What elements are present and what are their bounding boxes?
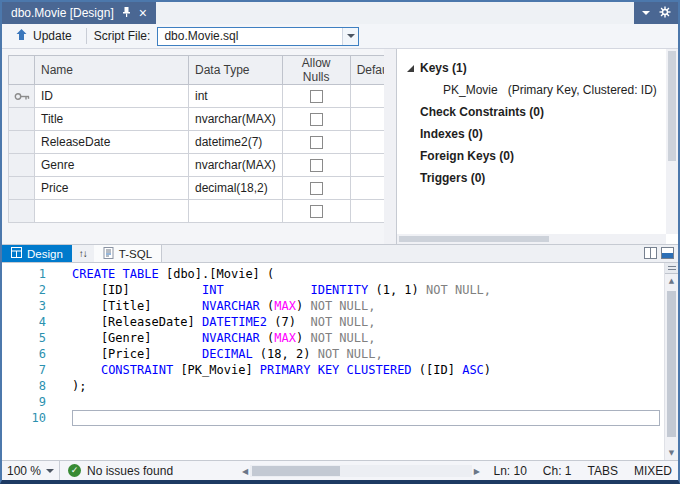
grid-header-row: NameData TypeAllow NullsDefault bbox=[9, 56, 402, 85]
code-line[interactable]: 8); bbox=[2, 378, 664, 394]
code-line[interactable]: 10 bbox=[2, 410, 664, 426]
pin-icon[interactable] bbox=[122, 6, 131, 21]
keys-panel-hscroll-thumb[interactable] bbox=[399, 236, 549, 242]
data-type-cell[interactable]: nvarchar(MAX) bbox=[189, 154, 283, 177]
allow-nulls-checkbox[interactable] bbox=[310, 136, 323, 149]
allow-nulls-checkbox[interactable] bbox=[310, 182, 323, 195]
zoom-control[interactable]: 100 % bbox=[2, 461, 60, 480]
tab-design[interactable]: Design bbox=[2, 245, 72, 262]
allow-nulls-cell[interactable] bbox=[282, 85, 350, 108]
keys-panel-vscroll-thumb[interactable] bbox=[668, 51, 676, 161]
table-row[interactable]: ReleaseDatedatetime2(7) bbox=[9, 131, 402, 154]
status-tabs: TABS bbox=[588, 464, 618, 478]
column-header[interactable]: Allow Nulls bbox=[282, 56, 350, 85]
chevron-down-icon[interactable] bbox=[642, 11, 650, 15]
data-type-cell[interactable]: decimal(18,2) bbox=[189, 177, 283, 200]
code-line[interactable]: 5 [Genre] NVARCHAR (MAX) NOT NULL, bbox=[2, 330, 664, 346]
keys-panel-vscrollbar[interactable] bbox=[666, 49, 678, 234]
allow-nulls-cell[interactable] bbox=[282, 200, 350, 223]
expander-icon[interactable] bbox=[407, 65, 414, 72]
update-label: Update bbox=[33, 29, 72, 43]
allow-nulls-cell[interactable] bbox=[282, 108, 350, 131]
allow-nulls-checkbox[interactable] bbox=[310, 113, 323, 126]
swap-panes-button[interactable]: ↑↓ bbox=[72, 245, 94, 262]
row-selector[interactable] bbox=[9, 85, 35, 108]
code-line[interactable]: 6 [Price] DECIMAL (18, 2) NOT NULL, bbox=[2, 346, 664, 362]
allow-nulls-checkbox[interactable] bbox=[310, 159, 323, 172]
scroll-down-icon[interactable]: ▼ bbox=[665, 449, 678, 457]
row-selector[interactable] bbox=[9, 200, 35, 223]
document-tab-bar: dbo.Movie [Design] × bbox=[2, 2, 678, 24]
editor-hscrollbar[interactable]: ◀ ▶ bbox=[242, 464, 480, 478]
allow-nulls-checkbox[interactable] bbox=[310, 90, 323, 103]
data-type-cell[interactable]: datetime2(7) bbox=[189, 131, 283, 154]
keys-panel-hscrollbar[interactable] bbox=[397, 234, 666, 244]
combo-dropdown-icon[interactable] bbox=[342, 28, 358, 45]
allow-nulls-cell[interactable] bbox=[282, 154, 350, 177]
column-name-cell[interactable]: ID bbox=[35, 85, 189, 108]
health-indicator[interactable]: ✓ No issues found bbox=[68, 464, 173, 478]
row-selector[interactable] bbox=[9, 131, 35, 154]
data-type-cell[interactable]: int bbox=[189, 85, 283, 108]
code-line[interactable]: 3 [Title] NVARCHAR (MAX) NOT NULL, bbox=[2, 298, 664, 314]
tree-item[interactable]: Foreign Keys (0) bbox=[407, 145, 678, 167]
editor-vscrollbar[interactable]: ▲ ▼ bbox=[664, 263, 678, 460]
allow-nulls-cell[interactable] bbox=[282, 177, 350, 200]
tree-item[interactable]: Keys (1) bbox=[407, 57, 678, 79]
tree-child-item[interactable]: PK_Movie (Primary Key, Clustered: ID) bbox=[407, 79, 678, 101]
split-horizontal-icon[interactable] bbox=[661, 247, 674, 261]
row-selector[interactable] bbox=[9, 108, 35, 131]
column-name-cell[interactable]: Price bbox=[35, 177, 189, 200]
column-header[interactable]: Name bbox=[35, 56, 189, 85]
column-header[interactable]: Data Type bbox=[189, 56, 283, 85]
toolbar-separator bbox=[86, 28, 87, 44]
column-name-cell[interactable]: ReleaseDate bbox=[35, 131, 189, 154]
table-row[interactable]: Pricedecimal(18,2) bbox=[9, 177, 402, 200]
script-file-combobox[interactable]: dbo.Movie.sql bbox=[157, 27, 359, 46]
row-selector[interactable] bbox=[9, 177, 35, 200]
table-row[interactable]: Genrenvarchar(MAX) bbox=[9, 154, 402, 177]
column-name-cell[interactable] bbox=[35, 200, 189, 223]
table-row[interactable]: Titlenvarchar(MAX) bbox=[9, 108, 402, 131]
table-row[interactable] bbox=[9, 200, 402, 223]
allow-nulls-checkbox[interactable] bbox=[310, 205, 323, 218]
scroll-left-icon[interactable]: ◀ bbox=[242, 467, 248, 476]
update-button[interactable]: Update bbox=[8, 26, 79, 46]
editor-splitter-handle[interactable] bbox=[665, 263, 678, 274]
tree-item-label: Keys (1) bbox=[420, 61, 467, 75]
document-tab[interactable]: dbo.Movie [Design] × bbox=[2, 2, 156, 24]
split-vertical-icon[interactable] bbox=[644, 247, 657, 261]
data-type-cell[interactable]: nvarchar(MAX) bbox=[189, 108, 283, 131]
close-icon[interactable]: × bbox=[139, 7, 147, 19]
code-line[interactable]: 1CREATE TABLE [dbo].[Movie] ( bbox=[2, 266, 664, 282]
tree-item[interactable]: Indexes (0) bbox=[407, 123, 678, 145]
code-text bbox=[72, 410, 660, 426]
code-line[interactable]: 9 bbox=[2, 394, 664, 410]
sql-code[interactable]: 1CREATE TABLE [dbo].[Movie] (2 [ID] INT … bbox=[2, 263, 664, 460]
row-selector[interactable] bbox=[9, 154, 35, 177]
tree-item[interactable]: Triggers (0) bbox=[407, 167, 678, 189]
allow-nulls-cell[interactable] bbox=[282, 131, 350, 154]
sql-editor-pane: 1CREATE TABLE [dbo].[Movie] (2 [ID] INT … bbox=[2, 263, 678, 460]
code-text: CONSTRAINT [PK_Movie] PRIMARY KEY CLUSTE… bbox=[72, 362, 660, 378]
scroll-up-icon[interactable]: ▲ bbox=[665, 277, 678, 285]
designer-toolbar: Update Script File: dbo.Movie.sql bbox=[2, 24, 678, 49]
tab-tsql[interactable]: T-SQL bbox=[94, 245, 162, 262]
column-name-cell[interactable]: Genre bbox=[35, 154, 189, 177]
gear-icon[interactable] bbox=[659, 6, 671, 21]
data-type-cell[interactable] bbox=[189, 200, 283, 223]
code-text: [Title] NVARCHAR (MAX) NOT NULL, bbox=[72, 298, 660, 314]
primary-key-icon bbox=[14, 89, 30, 103]
code-text bbox=[72, 394, 660, 410]
code-line[interactable]: 2 [ID] INT IDENTITY (1, 1) NOT NULL, bbox=[2, 282, 664, 298]
grid-scrollbar[interactable] bbox=[384, 49, 396, 244]
tree-item[interactable]: Check Constraints (0) bbox=[407, 101, 678, 123]
column-name-cell[interactable]: Title bbox=[35, 108, 189, 131]
editor-vscroll-thumb[interactable] bbox=[667, 291, 676, 437]
table-row[interactable]: IDint bbox=[9, 85, 402, 108]
code-line[interactable]: 7 CONSTRAINT [PK_Movie] PRIMARY KEY CLUS… bbox=[2, 362, 664, 378]
scroll-right-icon[interactable]: ▶ bbox=[474, 467, 480, 476]
editor-hscroll-thumb[interactable] bbox=[252, 466, 340, 476]
code-line[interactable]: 4 [ReleaseDate] DATETIME2 (7) NOT NULL, bbox=[2, 314, 664, 330]
editor-hscroll-track[interactable] bbox=[250, 465, 472, 477]
